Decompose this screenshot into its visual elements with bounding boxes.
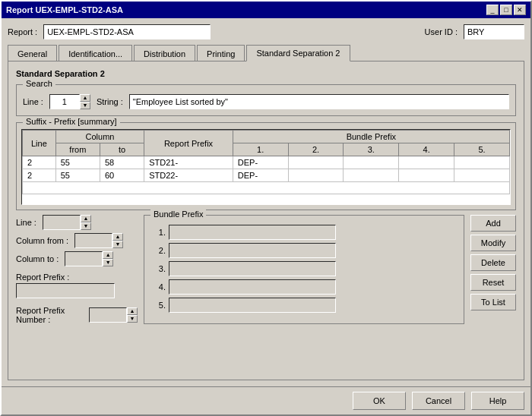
cell-to: 60 xyxy=(100,169,144,182)
close-button[interactable]: ✕ xyxy=(514,5,526,15)
line-input[interactable] xyxy=(49,94,80,109)
cell-line: 2 xyxy=(23,156,56,169)
search-row: Line : ▲ ▼ String : xyxy=(23,94,509,109)
prefix-number-row: Report Prefix Number : ▲ ▼ xyxy=(16,306,138,324)
report-prefix-label: Report Prefix : xyxy=(16,273,138,282)
bundle-input-1[interactable] xyxy=(169,225,336,240)
modify-button[interactable]: Modify xyxy=(470,235,516,251)
help-button[interactable]: Help xyxy=(471,392,524,410)
suffix-prefix-groupbox: Suffix - Prefix [summary] Line Column Re… xyxy=(16,122,516,210)
bundle-row-5: 5. xyxy=(150,298,458,313)
prefix-number-spin-up[interactable]: ▲ xyxy=(127,307,138,315)
col-3-header: 3. xyxy=(344,143,399,156)
line-spin: ▲ ▼ xyxy=(49,94,90,109)
bundle-row-4-label: 4. xyxy=(150,282,166,292)
col-from-spin: ▲ ▼ xyxy=(74,233,123,248)
bottom-bar: OK Cancel Help xyxy=(2,386,530,414)
tab-standard-sep2[interactable]: Standard Separation 2 xyxy=(246,45,350,61)
col-1-header: 1. xyxy=(233,143,288,156)
bottom-line-spin-down[interactable]: ▼ xyxy=(81,222,91,230)
cell-bp3 xyxy=(344,156,399,169)
report-input[interactable] xyxy=(43,24,211,39)
bottom-line-spin: ▲ ▼ xyxy=(43,215,91,230)
col-to-spin-down[interactable]: ▼ xyxy=(103,259,113,266)
reset-button[interactable]: Reset xyxy=(470,274,516,291)
cell-from: 55 xyxy=(55,169,100,182)
spin-up-btn[interactable]: ▲ xyxy=(80,94,90,102)
cell-bp4 xyxy=(399,169,454,182)
col-to-spin-btns: ▲ ▼ xyxy=(103,251,113,266)
ok-button[interactable]: OK xyxy=(353,392,406,410)
add-button[interactable]: Add xyxy=(470,215,516,232)
cell-bp1: DEP- xyxy=(233,169,288,182)
col-to-input[interactable] xyxy=(65,251,103,266)
data-table: Line Column Report Prefix Bundle Prefix … xyxy=(22,130,510,194)
col-from-spin-down[interactable]: ▼ xyxy=(112,241,123,248)
title-bar-buttons: _ □ ✕ xyxy=(486,5,526,15)
prefix-number-spin-btns: ▲ ▼ xyxy=(127,307,138,323)
prefix-number-input[interactable] xyxy=(89,307,127,323)
col-from-spin-up[interactable]: ▲ xyxy=(112,233,123,241)
left-fields: Line : ▲ ▼ Column from : xyxy=(16,215,138,324)
suffix-prefix-label: Suffix - Prefix [summary] xyxy=(23,117,120,126)
table-row[interactable]: 2 55 60 STD22- DEP- xyxy=(23,169,510,182)
table-row[interactable]: 2 55 58 STD21- DEP- xyxy=(23,156,510,169)
bundle-prefix-group-label: Bundle Prefix xyxy=(150,210,206,219)
cancel-button[interactable]: Cancel xyxy=(412,392,465,410)
col-from-row: Column from : ▲ ▼ xyxy=(16,233,138,248)
bundle-row-2: 2. xyxy=(150,243,458,258)
cell-bp4 xyxy=(399,156,454,169)
bundle-row-3: 3. xyxy=(150,261,458,276)
cell-from: 55 xyxy=(55,156,100,169)
bottom-line-label: Line : xyxy=(16,218,36,227)
bundle-row-1-label: 1. xyxy=(150,228,166,237)
bundle-input-5[interactable] xyxy=(169,298,336,313)
tab-identification[interactable]: Identification... xyxy=(59,45,132,61)
bundle-prefix-groupbox: Bundle Prefix 1. 2. 3. xyxy=(144,215,464,324)
tab-general[interactable]: General xyxy=(8,45,57,61)
col-column-header: Column xyxy=(55,131,144,143)
report-label: Report : xyxy=(8,27,37,36)
tab-printing[interactable]: Printing xyxy=(197,45,245,61)
window-content: Report : User ID : General Identificatio… xyxy=(2,18,530,386)
bundle-input-3[interactable] xyxy=(169,261,336,276)
col-from-input[interactable] xyxy=(74,233,112,248)
table-row-empty xyxy=(23,182,510,194)
cell-to: 58 xyxy=(100,156,144,169)
delete-button[interactable]: Delete xyxy=(470,254,516,271)
bundle-row-1: 1. xyxy=(150,225,458,240)
cell-bp2 xyxy=(288,156,344,169)
bottom-line-input[interactable] xyxy=(43,215,81,230)
cell-report-prefix: STD22- xyxy=(144,169,233,182)
bundle-input-4[interactable] xyxy=(169,279,336,295)
bundle-row-3-label: 3. xyxy=(150,264,166,273)
report-prefix-section: Report Prefix : xyxy=(16,273,138,298)
col-from-label: Column from : xyxy=(16,236,68,245)
col-2-header: 2. xyxy=(288,143,344,156)
col-to-spin-up[interactable]: ▲ xyxy=(103,251,113,259)
minimize-button[interactable]: _ xyxy=(486,5,499,15)
string-input[interactable] xyxy=(129,94,509,109)
cell-bp1: DEP- xyxy=(233,156,288,169)
spin-down-btn[interactable]: ▼ xyxy=(80,102,90,109)
string-label: String : xyxy=(97,97,123,106)
cell-bp5 xyxy=(454,169,510,182)
report-prefix-input[interactable] xyxy=(16,283,115,298)
tab-distribution[interactable]: Distribution xyxy=(134,45,195,61)
main-window: Report UEX-EMPL-STD2-ASA _ □ ✕ Report : … xyxy=(0,0,532,416)
bottom-line-spin-up[interactable]: ▲ xyxy=(81,215,91,222)
maximize-button[interactable]: □ xyxy=(500,5,512,15)
bundle-row-5-label: 5. xyxy=(150,301,166,310)
table-container: Line Column Report Prefix Bundle Prefix … xyxy=(21,129,511,205)
bottom-section: Line : ▲ ▼ Column from : xyxy=(16,215,516,324)
userid-section: User ID : xyxy=(425,24,524,39)
cell-line: 2 xyxy=(23,169,56,182)
bundle-input-2[interactable] xyxy=(169,243,336,258)
userid-input[interactable] xyxy=(464,24,524,39)
bundle-prefix-rows: 1. 2. 3. 4. xyxy=(150,225,458,313)
to-list-button[interactable]: To List xyxy=(470,294,516,310)
spin-buttons: ▲ ▼ xyxy=(80,94,90,109)
col-4-header: 4. xyxy=(399,143,454,156)
prefix-number-spin-down[interactable]: ▼ xyxy=(127,315,138,323)
cell-bp2 xyxy=(288,169,344,182)
